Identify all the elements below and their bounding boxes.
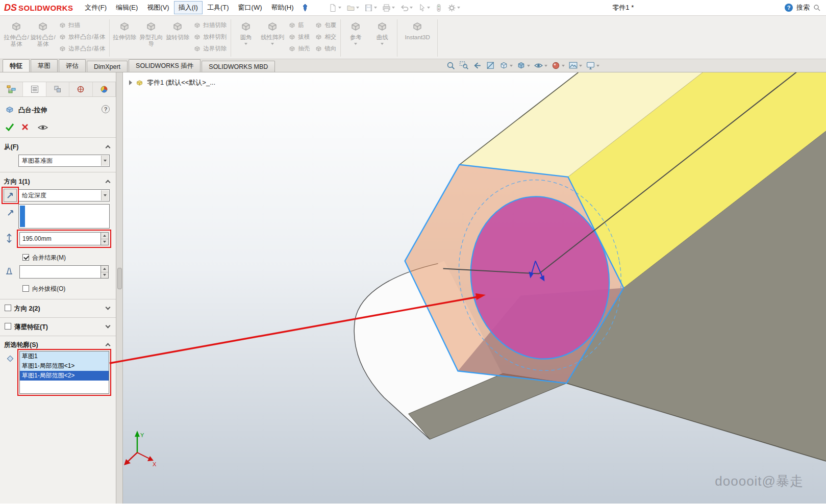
ribbon-button-boundary-boss[interactable]: 边界凸台/基体 [56,43,108,54]
menu-help[interactable]: 帮助(H) [266,1,298,14]
zoom-to-area-icon[interactable] [458,60,470,71]
ribbon-button-reference-geometry[interactable]: 参考 [342,17,369,59]
menu-window[interactable]: 窗口(W) [234,1,267,14]
ribbon-button-boundary-cut[interactable]: 边界切除 [191,43,229,54]
tab-evaluate[interactable]: 评估 [59,59,86,72]
panel-splitter[interactable] [116,72,123,503]
direction-reference-box[interactable] [18,204,110,229]
ribbon-button-lofted-cut[interactable]: 放样切割 [191,32,229,42]
fillet-dropdown-caret[interactable] [244,43,247,45]
ribbon-button-revolved-boss[interactable]: 旋转凸台/基体 [30,17,56,59]
preview-eye-icon[interactable] [38,124,48,131]
cancel-x-icon[interactable] [21,123,29,131]
ribbon-button-swept-cut[interactable]: 扫描切除 [191,20,229,31]
ok-check-icon[interactable] [5,123,14,131]
ribbon-button-fillet[interactable]: 圆角 [233,17,259,59]
draft-angle-field[interactable] [19,265,101,279]
linear-pattern-dropdown-caret[interactable] [271,43,274,45]
print-icon[interactable] [381,3,396,13]
menu-edit[interactable]: 编辑(E) [111,1,142,14]
rebuild-icon[interactable] [434,3,444,13]
tab-features[interactable]: 特征 [3,59,30,72]
reverse-direction-button[interactable] [4,189,17,202]
splitter-handle[interactable] [117,268,122,289]
selected-contours-list[interactable]: 草图1 草图1-局部范围<1> 草图1-局部范围<2> [19,351,109,394]
tab-solidworks-addins[interactable]: SOLIDWORKS 插件 [129,59,201,72]
tab-sketch[interactable]: 草图 [31,59,58,72]
section-direction1[interactable]: 方向 1(1) [0,175,116,187]
undo-icon[interactable] [398,3,414,13]
ribbon-button-linear-pattern[interactable]: 线性阵列 [259,17,286,59]
ribbon-button-shell[interactable]: 抽壳 [286,43,312,54]
end-condition-select[interactable]: 给定深度 [18,189,110,201]
draft-outward-checkbox[interactable] [22,285,29,292]
section-view-icon[interactable] [485,60,496,71]
zoom-to-fit-icon[interactable] [445,60,457,71]
pin-menubar-icon[interactable] [302,4,309,12]
ribbon-button-lofted-boss[interactable]: 放样凸台/基体 [56,32,108,42]
section-direction2[interactable]: 方向 2(2) [0,302,116,314]
hide-show-items-icon[interactable] [533,60,548,71]
reference-dropdown-caret[interactable] [354,43,357,45]
pm-help-icon[interactable]: ? [102,105,110,113]
section-from[interactable]: 从(F) [0,140,116,153]
curves-dropdown-caret[interactable] [381,43,384,45]
tree-expander-icon[interactable] [129,80,132,85]
view-settings-icon[interactable] [585,60,600,71]
tab-configuration-manager[interactable] [46,82,69,96]
help-icon[interactable]: ? [785,4,793,12]
dropdown-arrow-icon[interactable] [101,190,109,200]
chevron-up-icon[interactable] [106,343,111,348]
menu-insert[interactable]: 插入(I) [174,1,203,14]
tab-solidworks-mbd[interactable]: SOLIDWORKS MBD [202,61,275,72]
select-arrow-icon[interactable] [416,3,432,13]
ribbon-button-mirror[interactable]: 镜向 [312,43,339,54]
search-label[interactable]: 搜索 [796,3,810,12]
new-document-icon[interactable] [327,3,343,13]
tab-property-manager[interactable] [23,82,46,96]
ribbon-button-draft[interactable]: 拔模 [286,32,312,42]
edit-appearance-icon[interactable] [550,60,566,71]
previous-view-icon[interactable] [471,60,483,71]
depth-value-field[interactable]: 195.00mm [19,232,101,245]
ribbon-button-extruded-boss[interactable]: 拉伸凸台/基体 [3,17,30,59]
spinner-up-icon[interactable] [101,266,108,272]
view-orientation-icon[interactable] [498,60,514,71]
list-item[interactable]: 草图1-局部范围<1> [20,361,109,371]
menu-file[interactable]: 文件(F) [80,1,111,14]
tab-dimxpert-manager[interactable] [69,82,92,96]
breadcrumb[interactable]: 零件1 (默认<<默认>_... [129,78,215,87]
search-icon[interactable] [813,4,821,12]
tab-feature-manager-tree[interactable] [0,82,23,96]
ribbon-button-rib[interactable]: 筋 [286,20,312,31]
ribbon-button-revolved-cut[interactable]: 旋转切除 [164,17,191,59]
menu-view[interactable]: 视图(V) [142,1,173,14]
chevron-down-icon[interactable] [106,323,111,329]
open-icon[interactable] [345,3,361,13]
tab-dimxpert[interactable]: DimXpert [87,61,128,72]
apply-scene-icon[interactable] [567,60,583,71]
options-gear-icon[interactable] [446,3,462,13]
thin-feature-checkbox[interactable] [5,323,11,330]
section-selected-contours[interactable]: 所选轮廓(S) [0,338,116,350]
ribbon-button-extruded-cut[interactable]: 拉伸切除 [111,17,138,59]
from-plane-select[interactable]: 草图基准面 [18,155,110,167]
merge-result-checkbox[interactable] [22,254,29,261]
3d-model-canvas[interactable]: Y X Z [123,72,826,503]
save-icon[interactable] [363,3,379,13]
dropdown-arrow-icon[interactable] [101,156,109,166]
graphics-viewport[interactable]: Y X Z 零件1 (默认<<默认>_... dooooit@暴走 [123,72,826,503]
chevron-down-icon[interactable] [106,305,111,310]
display-style-icon[interactable] [515,60,531,71]
menu-tools[interactable]: 工具(T) [203,1,234,14]
ribbon-button-swept-boss[interactable]: 扫描 [56,20,108,31]
direction2-checkbox[interactable] [5,305,11,311]
ribbon-button-intersect[interactable]: 相交 [312,32,339,42]
list-item[interactable]: 草图1-局部范围<2> [20,371,109,381]
ribbon-button-instant3d[interactable]: Instant3D [399,17,436,59]
list-item[interactable]: 草图1 [20,351,109,361]
tab-display-manager[interactable] [93,82,116,96]
ribbon-button-wrap[interactable]: 包覆 [312,20,339,31]
spinner-down-icon[interactable] [101,272,108,279]
ribbon-button-curves[interactable]: 曲线 [369,17,395,59]
